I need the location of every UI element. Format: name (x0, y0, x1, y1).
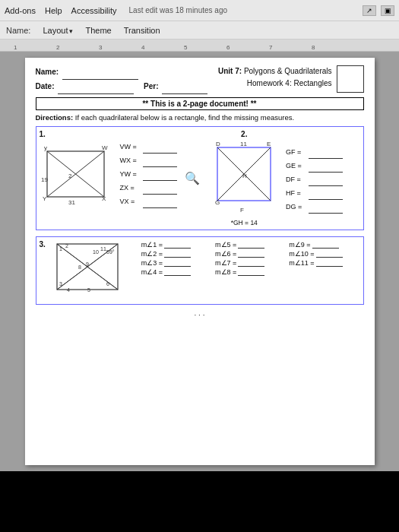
ruler-mark-7: 7 (269, 44, 272, 51)
svg-text:4: 4 (67, 287, 70, 293)
svg-text:3: 3 (59, 281, 62, 287)
svg-text:11: 11 (100, 246, 106, 252)
prob3-field-4[interactable] (164, 268, 191, 276)
svg-text:11: 11 (240, 141, 247, 147)
prob3-meas-5: m∠5 = (215, 240, 286, 249)
name-row: Name: (36, 65, 216, 80)
svg-text:5: 5 (87, 287, 90, 293)
prob3-field-7[interactable] (238, 258, 264, 267)
per-field[interactable] (162, 80, 207, 94)
meas-DF-label: DF = (286, 173, 307, 186)
menu-accessibility[interactable]: Accessibility (71, 6, 117, 15)
ruler-mark-8: 8 (312, 44, 315, 51)
unit-subtitle: Polygons & Quadrilaterals (244, 67, 332, 75)
prob2-figure: D 11 E G F H (214, 140, 274, 216)
prob3-meas-6: m∠6 = (215, 249, 286, 258)
svg-text:59°: 59° (106, 249, 115, 255)
meas-HF-label: HF = (286, 187, 307, 200)
meas-HF: HF = (286, 186, 360, 200)
meas-ZX-field[interactable] (143, 181, 177, 195)
prob3-field-1[interactable] (164, 240, 191, 249)
prob3-label-1: m∠1 = (141, 241, 163, 249)
prob3-field-6[interactable] (238, 249, 264, 258)
prob3-num-label: 3. (40, 240, 46, 301)
prob3-label-4: m∠4 = (141, 268, 163, 276)
meas-YW-field[interactable] (143, 167, 177, 181)
meas-DG-field[interactable] (309, 200, 343, 214)
toolbar: Name: Layout Theme Transition (0, 21, 399, 40)
prob3-field-5[interactable] (238, 240, 264, 249)
prob3-field-11[interactable] (316, 258, 343, 267)
svg-text:E: E (267, 141, 271, 147)
menu-addons[interactable]: Add-ons (5, 6, 36, 15)
prob3-meas-7: m∠7 = (215, 258, 286, 267)
svg-text:y: y (44, 144, 47, 151)
prob1-num: 1. (40, 130, 177, 138)
meas-DG-label: DG = (286, 201, 307, 214)
prob2-spacer (286, 130, 360, 145)
minimize-button[interactable]: ↗ (363, 5, 376, 16)
problems-1-2-section: 1. y W (36, 126, 364, 230)
page-title: ** This is a 2-page document! ** (36, 97, 364, 110)
name-date-block: Name: Date: Per: (36, 65, 216, 94)
per-label: Per: (144, 80, 158, 93)
bottom-area (0, 471, 399, 532)
toolbar-layout[interactable]: Layout (43, 26, 73, 35)
meas-GE-field[interactable] (309, 159, 343, 173)
svg-text:2: 2 (68, 173, 72, 179)
prob3-label-2: m∠2 = (141, 250, 163, 258)
svg-text:D: D (216, 141, 220, 147)
ruler-mark-2: 2 (56, 44, 59, 51)
prob3-meas-11: m∠11 = (289, 258, 359, 267)
prob3-meas-1: m∠1 = (141, 240, 212, 249)
meas-WX-label: WX = (120, 154, 141, 167)
meas-DF-field[interactable] (309, 173, 343, 186)
meas-GF-field[interactable] (309, 145, 343, 159)
prob3-field-9[interactable] (312, 240, 339, 249)
meas-VW-field[interactable] (143, 140, 177, 154)
unit-grade-block: Unit 7: Polygons & Quadrilaterals Homewo… (218, 65, 364, 93)
menu-bar: Add-ons Help Accessibility Last edit was… (0, 0, 399, 21)
ruler-mark-1: 1 (14, 44, 17, 51)
svg-text:X: X (102, 195, 106, 202)
toolbar-background[interactable]: Name: (6, 26, 30, 35)
date-field[interactable] (58, 80, 134, 94)
meas-YW: YW = (120, 167, 177, 181)
hw-label: Homework 4: Rectangles (218, 78, 332, 90)
menu-help[interactable]: Help (45, 6, 62, 15)
meas-GE: GE = (286, 159, 360, 173)
svg-text:Y: Y (43, 195, 47, 202)
prob1-figure: y W 19 2 Y 31 X (40, 140, 116, 223)
prob3-meas-8: m∠8 = (215, 268, 286, 276)
meas-VW: VW = (120, 140, 177, 154)
prob3-label-9: m∠9 = (289, 241, 310, 249)
problem-2-measurements: GF = GE = DF = HF = (286, 130, 360, 226)
maximize-button[interactable]: ▣ (381, 5, 394, 16)
prob3-label-5: m∠5 = (215, 241, 236, 249)
meas-VX-field[interactable] (143, 195, 177, 208)
toolbar-theme[interactable]: Theme (85, 26, 111, 35)
prob3-figure: 1 2 10 11 59° 8 9 3 4 5 6 (53, 240, 137, 301)
prob3-field-8[interactable] (238, 268, 264, 276)
doc-area: Name: Date: Per: Unit 7: Polygons & Quad… (0, 52, 399, 471)
prob3-empty-cell (289, 268, 359, 276)
problem-1: 1. y W (40, 130, 177, 226)
svg-text:9: 9 (86, 261, 89, 267)
prob3-meas-4: m∠4 = (141, 268, 212, 276)
prob3-field-2[interactable] (164, 249, 191, 258)
toolbar-transition[interactable]: Transition (124, 26, 160, 35)
prob3-field-3[interactable] (164, 258, 191, 267)
name-field[interactable] (62, 65, 138, 80)
ruler-mark-3: 3 (99, 44, 102, 51)
prob2-num: 2. (241, 130, 247, 138)
ruler-mark-4: 4 (141, 44, 144, 51)
meas-WX-field[interactable] (143, 154, 177, 167)
app-window: Add-ons Help Accessibility Last edit was… (0, 0, 399, 471)
svg-text:10: 10 (93, 249, 99, 255)
meas-DG: DG = (286, 200, 360, 214)
prob3-field-10[interactable] (316, 249, 343, 258)
meas-HF-field[interactable] (309, 186, 343, 200)
ruler: 1 2 3 4 5 6 7 8 (0, 40, 399, 52)
prob3-meas-10: m∠10 = (289, 249, 359, 258)
meas-ZX-label: ZX = (120, 182, 141, 195)
